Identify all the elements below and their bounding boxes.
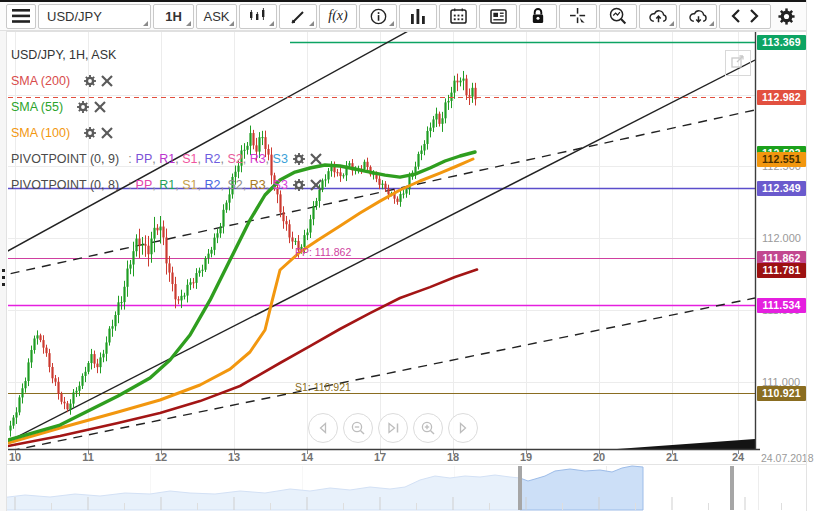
pivot-level-s1: S1 (182, 152, 197, 166)
time-axis-label: 11 (68, 451, 108, 463)
page-right-edge (806, 0, 807, 511)
indicator-settings-gear-icon[interactable] (76, 100, 90, 114)
indicator-remove-icon[interactable] (94, 101, 106, 113)
pivot-level-label[interactable]: S1: 110.921 (295, 381, 351, 393)
pivot-level-pp: PP (136, 178, 153, 192)
time-axis-label: 24 (718, 451, 758, 463)
pivot-level-s2: S2 (227, 152, 242, 166)
left-panel-splitter[interactable] (0, 31, 7, 511)
pan-left-button[interactable] (308, 413, 338, 443)
legend-indicator-row: SMA (200) (11, 68, 322, 94)
legend-indicator-row: PIVOTPOINT (0, 8):PP, R1, S1, R2, S2, R3… (11, 172, 322, 198)
pivot-level-r2: R2 (204, 178, 220, 192)
pivot-level-s1: S1 (182, 178, 197, 192)
expand-window-icon (730, 53, 746, 73)
zoom-out-button[interactable] (343, 413, 373, 443)
pivot-level-label[interactable]: PP: 111.862 (295, 246, 351, 258)
legend-indicator-row: SMA (55) (11, 94, 322, 120)
trading-app: USD/JPY 1H ASK f(x) (0, 0, 820, 511)
price-badge-112.551: 112.551 (757, 152, 806, 167)
time-axis-label: 14 (287, 451, 327, 463)
pivot-level-pp: PP (136, 152, 153, 166)
zoom-in-button[interactable] (413, 413, 443, 443)
time-axis-label: 12 (141, 451, 181, 463)
chart-nav-controls (308, 413, 478, 443)
indicator-settings-gear-icon[interactable] (83, 74, 97, 88)
indicator-label: PIVOTPOINT (0, 9) (11, 152, 119, 166)
time-axis-label: 17 (360, 451, 400, 463)
time-axis-label: 20 (579, 451, 619, 463)
indicator-label: PIVOTPOINT (0, 8) (11, 178, 119, 192)
splitter-grip-icon[interactable] (2, 269, 5, 290)
indicator-label: SMA (100) (11, 126, 70, 140)
pivot-level-r3: R3 (250, 178, 266, 192)
pivot-level-r1: R1 (159, 152, 175, 166)
time-axis-label: 21 (652, 451, 692, 463)
pivot-level-r1: R1 (159, 178, 175, 192)
pivot-level-s3: S3 (273, 152, 288, 166)
pivot-level-r2: R2 (204, 152, 220, 166)
indicator-remove-icon[interactable] (310, 153, 322, 165)
pan-right-button[interactable] (448, 413, 478, 443)
chart-legend: USD/JPY, 1H, ASKSMA (200)SMA (55)SMA (10… (11, 42, 322, 198)
price-badge-113.369: 113.369 (757, 35, 806, 50)
pivot-level-r3: R3 (250, 152, 266, 166)
time-axis-label: 19 (506, 451, 546, 463)
time-axis-label: 10 (0, 451, 35, 463)
price-badge-112.349: 112.349 (757, 181, 806, 196)
indicator-remove-icon[interactable] (101, 127, 113, 139)
price-badge-112.982: 112.982 (757, 90, 806, 105)
detach-chart-button[interactable] (725, 50, 751, 76)
indicator-settings-gear-icon[interactable] (292, 178, 306, 192)
legend-title: USD/JPY, 1H, ASK (11, 42, 322, 68)
sma-line-sma-100 (8, 159, 473, 443)
legend-indicator-row: SMA (100) (11, 120, 322, 146)
price-badge-111.534: 111.534 (757, 298, 806, 313)
indicator-remove-icon[interactable] (101, 75, 113, 87)
price-badge-111.781: 111.781 (757, 263, 806, 278)
time-axis-label: 13 (214, 451, 254, 463)
legend-indicator-row: PIVOTPOINT (0, 9):PP, R1, S1, R2, S2, R3… (11, 146, 322, 172)
indicator-settings-gear-icon[interactable] (83, 126, 97, 140)
pivot-level-s2: S2 (227, 178, 242, 192)
indicator-label: SMA (200) (11, 74, 70, 88)
price-badge-110.921: 110.921 (757, 386, 806, 401)
chart-navigator[interactable] (0, 465, 782, 511)
indicator-remove-icon[interactable] (310, 179, 322, 191)
navigator-handle-left[interactable] (518, 466, 522, 510)
price-axis-tick: 112.000 (762, 232, 806, 244)
time-axis-label: 18 (433, 451, 473, 463)
indicator-label: SMA (55) (11, 100, 63, 114)
pivot-level-s3: S3 (273, 178, 288, 192)
time-scale-wedge[interactable] (617, 439, 755, 449)
navigator-handle-right[interactable] (730, 466, 734, 510)
indicator-settings-gear-icon[interactable] (292, 152, 306, 166)
go-to-latest-button[interactable] (378, 413, 408, 443)
